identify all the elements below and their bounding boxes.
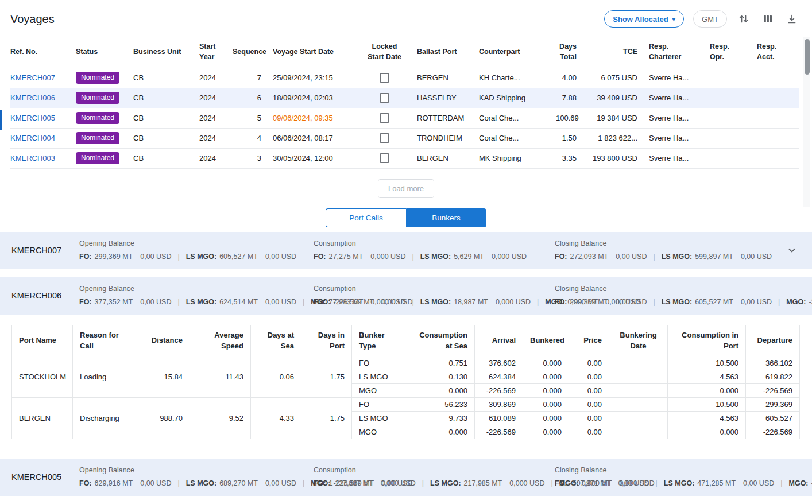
chevron-down-icon[interactable] xyxy=(784,248,799,253)
gmt-label: GMT xyxy=(702,15,718,24)
sort-icon[interactable] xyxy=(736,11,751,26)
col-price: Price xyxy=(569,325,609,356)
download-icon[interactable] xyxy=(784,11,799,26)
voyages-header-row: Ref. No. Status Business Unit Start Year… xyxy=(10,36,799,68)
balance-item: FO:299,369 MT0,00 USD xyxy=(79,253,186,261)
column-header-start-date: Voyage Start Date xyxy=(267,36,358,68)
consumption-group: Consumption FO:77,983 MT0,000 USDLS MGO:… xyxy=(314,285,555,307)
fuel-label: FO: xyxy=(555,253,567,261)
resp-acct-cell xyxy=(751,88,799,108)
bunker-section-header[interactable]: KMERCH006 Opening Balance FO:377,352 MT0… xyxy=(0,277,812,315)
locked-start-date-checkbox[interactable] xyxy=(380,133,389,143)
balance-item: FO:27,275 MT0,000 USD xyxy=(314,253,420,261)
fuel-label: FO: xyxy=(79,298,92,306)
bunkering-date-cell xyxy=(609,370,668,383)
fuel-label: FO: xyxy=(79,253,92,261)
start-year-cell: 2024 xyxy=(194,148,227,168)
closing-balance-title: Closing Balance xyxy=(555,285,812,293)
fuel-label: FO: xyxy=(314,298,326,306)
table-scrollbar[interactable] xyxy=(803,37,810,207)
fuel-usd: 0,000 USD xyxy=(496,298,531,306)
bunker-section-header[interactable]: KMERCH007 Opening Balance FO:299,369 MT0… xyxy=(0,232,812,269)
voyage-row[interactable]: KMERCH003 Nominated CB 2024 3 30/05/2024… xyxy=(10,148,799,168)
fuel-qty: 624,514 MT xyxy=(219,298,258,306)
column-header-days-total: Days Total xyxy=(550,36,582,68)
fuel-usd: 0,00 USD xyxy=(265,479,296,487)
days-at-sea-cell: 4.33 xyxy=(251,397,301,439)
voyage-row-selected[interactable]: KMERCH005 Nominated CB 2024 5 09/06/2024… xyxy=(10,108,799,128)
consumption-title: Consumption xyxy=(314,466,555,474)
bunkered-cell: 0.000 xyxy=(523,411,569,425)
status-badge: Nominated xyxy=(76,92,119,103)
col-arrival: Arrival xyxy=(475,325,523,356)
fuel-label: LS MGO: xyxy=(420,298,451,306)
section-voyage-ref: KMERCH007 xyxy=(11,246,79,255)
fuel-label: FO: xyxy=(555,298,567,306)
arrival-cell: 610.089 xyxy=(475,411,523,425)
resp-opr-cell xyxy=(704,88,751,108)
col-avg-speed: Average Speed xyxy=(190,325,251,356)
bunkering-date-cell xyxy=(609,383,668,397)
status-badge: Nominated xyxy=(76,152,119,164)
fuel-usd: 0,00 USD xyxy=(618,479,649,487)
voyage-row[interactable]: KMERCH006 Nominated CB 2024 6 18/09/2024… xyxy=(10,88,799,108)
locked-start-date-checkbox[interactable] xyxy=(380,93,389,103)
balance-item: FO:377,352 MT0,00 USD xyxy=(79,298,186,306)
fuel-usd: 0,00 USD xyxy=(616,298,647,306)
caret-down-icon: ▾ xyxy=(672,16,676,22)
detail-header-row: Port Name Reason for Call Distance Avera… xyxy=(12,325,800,356)
balance-item: MGO:-226,569 MT0,00 USD xyxy=(789,479,812,487)
sequence-cell: 4 xyxy=(227,128,267,148)
load-more-button[interactable]: Load more xyxy=(378,179,434,198)
col-bunkered: Bunkered xyxy=(523,325,569,356)
departure-cell: 605.527 xyxy=(746,411,800,425)
tab-bunkers[interactable]: Bunkers xyxy=(406,208,486,227)
resp-charterer-cell: Sverre Ha... xyxy=(643,68,704,88)
selected-row-indicator xyxy=(0,110,2,130)
tab-port-calls[interactable]: Port Calls xyxy=(326,208,406,227)
columns-icon[interactable] xyxy=(760,11,775,26)
fuel-label: LS MGO: xyxy=(420,253,451,261)
fuel-label: LS MGO: xyxy=(186,479,216,487)
cons-in-port-cell: 10.500 xyxy=(668,356,746,370)
bunker-section-header[interactable]: KMERCH005 Opening Balance FO:629,916 MT0… xyxy=(0,459,812,496)
voyage-ref-link[interactable]: KMERCH004 xyxy=(10,134,55,142)
voyage-row[interactable]: KMERCH007 Nominated CB 2024 7 25/09/2024… xyxy=(10,68,799,88)
fuel-usd: 0,000 USD xyxy=(370,298,405,306)
fuel-usd: 0,00 USD xyxy=(140,479,171,487)
voyage-ref-link[interactable]: KMERCH006 xyxy=(10,94,55,102)
fuel-qty: 299,369 MT xyxy=(570,298,609,306)
voyage-ref-link[interactable]: KMERCH003 xyxy=(10,154,55,162)
balance-item: LS MGO:689,270 MT0,00 USD xyxy=(186,479,311,487)
cons-in-port-cell: 4.563 xyxy=(668,411,746,425)
fuel-label: FO: xyxy=(314,253,326,261)
balance-item: FO:629,916 MT0,00 USD xyxy=(79,479,186,487)
column-header-start-year: Start Year xyxy=(194,36,227,68)
balance-item: LS MGO:605,527 MT0,00 USD xyxy=(662,298,787,306)
column-header-ballast-port: Ballast Port xyxy=(411,36,473,68)
voyage-row[interactable]: KMERCH004 Nominated CB 2024 4 06/06/2024… xyxy=(10,128,799,148)
fuel-label: LS MGO: xyxy=(186,253,216,261)
arrival-cell: -226.569 xyxy=(475,425,523,439)
fuel-label: LS MGO: xyxy=(186,298,216,306)
bunkered-cell: 0.000 xyxy=(523,383,569,397)
voyage-ref-link[interactable]: KMERCH007 xyxy=(10,73,55,82)
resp-acct-cell xyxy=(751,108,799,128)
opening-balance-title: Opening Balance xyxy=(79,239,314,247)
fuel-label: MGO: xyxy=(786,298,806,306)
locked-start-date-checkbox[interactable] xyxy=(380,113,389,123)
column-header-resp-opr: Resp. Opr. xyxy=(704,36,751,68)
locked-start-date-checkbox[interactable] xyxy=(380,153,389,163)
gmt-button[interactable]: GMT xyxy=(693,10,727,28)
price-cell: 0.00 xyxy=(569,397,609,411)
locked-start-date-checkbox[interactable] xyxy=(380,73,389,83)
resp-opr-cell xyxy=(704,128,751,148)
start-date-cell: 25/09/2024, 23:15 xyxy=(267,68,358,88)
scrollbar-thumb[interactable] xyxy=(805,39,810,75)
bunker-row: BERGEN Discharging 988.70 9.52 4.33 1.75… xyxy=(12,397,800,411)
days-total-cell: 7.88 xyxy=(550,88,582,108)
counterpart-cell: Coral Che... xyxy=(473,108,550,128)
voyage-ref-link[interactable]: KMERCH005 xyxy=(10,114,55,122)
resp-opr-cell xyxy=(704,108,751,128)
show-allocated-button[interactable]: Show Allocated ▾ xyxy=(604,10,684,28)
